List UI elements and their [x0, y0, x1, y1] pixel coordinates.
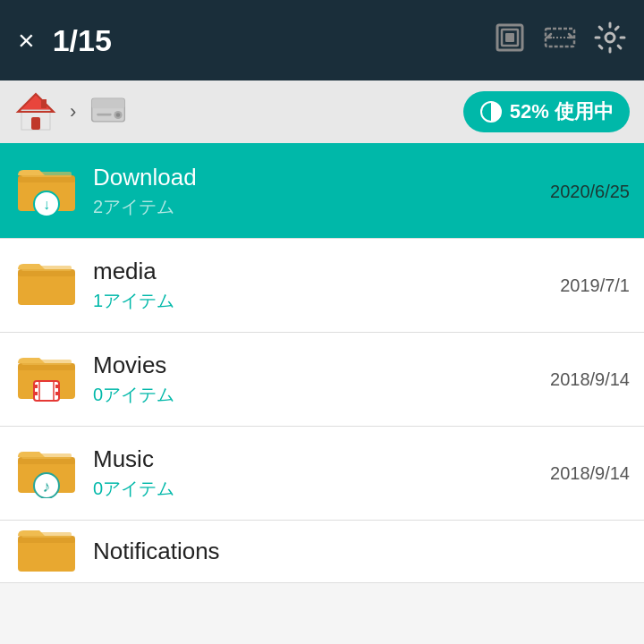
folder-icon-wrap: ♪: [14, 441, 79, 505]
storage-icon: [89, 90, 128, 130]
file-name: Notifications: [93, 538, 630, 565]
folder-icon: [14, 347, 79, 404]
svg-rect-2: [505, 33, 514, 42]
header-actions: [494, 21, 626, 60]
svg-rect-24: [21, 266, 72, 271]
close-button[interactable]: ×: [18, 26, 35, 55]
breadcrumb-bar: › 52% 使用中: [0, 80, 644, 145]
file-meta: 1アイテム: [93, 289, 560, 313]
file-list-item[interactable]: ♪ Music 0アイテム 2018/9/14: [0, 427, 644, 521]
breadcrumb-separator: ›: [70, 100, 76, 123]
svg-rect-32: [55, 392, 59, 395]
file-info: media 1アイテム: [93, 258, 560, 313]
folder-icon: ♪: [14, 441, 79, 498]
file-info: Music 0アイテム: [93, 445, 550, 501]
svg-point-14: [116, 113, 121, 117]
folder-icon: ↓: [14, 159, 79, 216]
svg-rect-15: [97, 114, 112, 116]
file-name: Movies: [93, 352, 550, 379]
file-info: Movies 0アイテム: [93, 352, 550, 407]
folder-icon-wrap: ↓: [14, 159, 79, 224]
file-date: 2018/9/14: [550, 369, 630, 390]
svg-marker-6: [18, 94, 54, 112]
svg-rect-12: [92, 98, 125, 108]
svg-rect-19: [21, 172, 72, 177]
folder-icon-wrap: [14, 520, 79, 584]
file-list-item[interactable]: media 1アイテム 2019/7/1: [0, 239, 644, 333]
file-date: 2020/6/25: [550, 182, 630, 202]
file-list-item[interactable]: ↓ Download 2アイテム 2020/6/25: [0, 145, 644, 239]
file-name: media: [93, 258, 560, 285]
folder-icon-wrap: [14, 253, 79, 318]
svg-text:↓: ↓: [43, 197, 50, 212]
file-info: Download 2アイテム: [93, 164, 550, 219]
file-info: Notifications: [93, 538, 630, 565]
home-button[interactable]: [14, 92, 57, 131]
file-name: Music: [93, 445, 550, 473]
svg-rect-9: [31, 117, 40, 130]
svg-rect-37: [21, 453, 72, 459]
storage-usage-text: 52% 使用中: [510, 98, 614, 125]
header-title: 1/15: [53, 23, 476, 58]
file-list: ↓ Download 2アイテム 2020/6/25 media 1アイテム 2…: [0, 145, 644, 583]
file-name: Download: [93, 164, 550, 191]
folder-icon: [14, 520, 79, 577]
header: × 1/15: [0, 0, 644, 80]
svg-rect-28: [34, 381, 59, 401]
resize-icon[interactable]: [544, 21, 576, 60]
folder-icon: [14, 253, 79, 310]
file-date: 2019/7/1: [560, 275, 630, 296]
file-meta: 2アイテム: [93, 195, 550, 219]
svg-point-5: [606, 33, 614, 42]
file-meta: 0アイテム: [93, 477, 550, 501]
svg-rect-27: [21, 360, 72, 365]
file-list-item[interactable]: Notifications: [0, 521, 644, 583]
svg-rect-31: [55, 385, 59, 388]
home-icon: [14, 92, 57, 131]
file-list-item[interactable]: Movies 0アイテム 2018/9/14: [0, 333, 644, 427]
svg-rect-29: [34, 385, 38, 388]
svg-rect-42: [21, 532, 72, 538]
settings-icon[interactable]: [594, 21, 626, 60]
svg-rect-30: [34, 392, 38, 395]
storage-usage-icon: [479, 100, 503, 123]
folder-icon-wrap: [14, 347, 79, 411]
storage-usage-badge: 52% 使用中: [463, 91, 630, 132]
file-meta: 0アイテム: [93, 383, 550, 407]
svg-text:♪: ♪: [43, 478, 51, 496]
select-all-icon[interactable]: [494, 21, 526, 60]
storage-button[interactable]: [89, 90, 128, 133]
file-date: 2018/9/14: [550, 463, 630, 484]
